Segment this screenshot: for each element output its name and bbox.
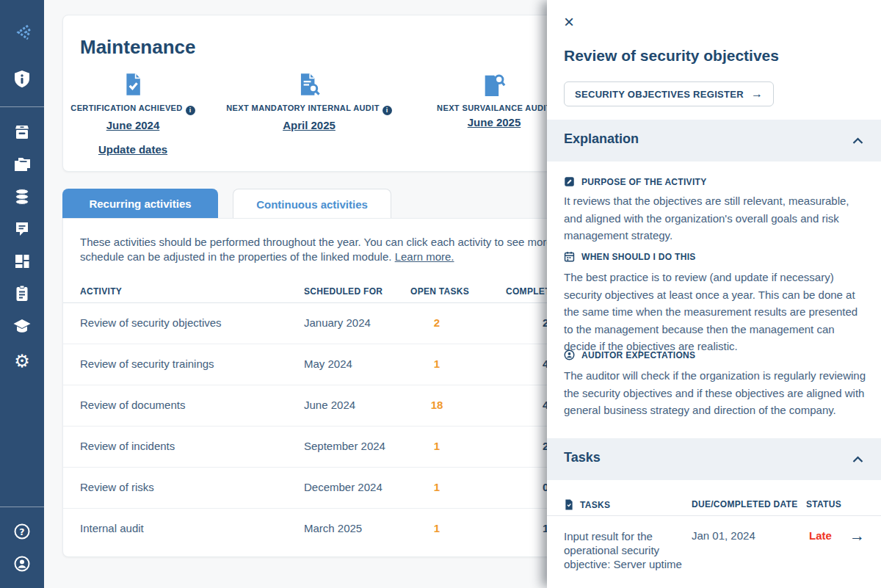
auditor-heading: AUDITOR EXPECTATIONS (564, 349, 695, 360)
learn-more-link[interactable]: Learn more. (395, 250, 454, 263)
help-icon[interactable]: ? (0, 520, 44, 542)
arrow-right-icon: → (751, 87, 763, 101)
edit-icon (564, 176, 575, 187)
folders-icon[interactable] (0, 153, 44, 175)
settings-gear-icon[interactable]: ⚙ (0, 350, 44, 372)
cell-scheduled: January 2024 (304, 316, 371, 329)
cell-scheduled: March 2025 (304, 522, 362, 534)
task-doc-icon (564, 499, 574, 510)
purpose-text: It reviews that the objectives are still… (564, 192, 868, 244)
page-title: Maintenance (80, 36, 196, 59)
open-task-arrow-icon[interactable]: → (849, 527, 865, 545)
cell-open-tasks: 1 (404, 357, 470, 370)
cell-scheduled: May 2024 (304, 357, 352, 370)
tab-continuous-activities[interactable]: Continuous activities (233, 189, 391, 219)
svg-text:?: ? (19, 526, 24, 537)
cell-open-tasks: 18 (404, 399, 470, 411)
auditor-icon (564, 349, 575, 360)
chevron-up-icon (852, 137, 863, 144)
register-button-label: SECURITY OBJECTIVES REGISTER (575, 89, 744, 100)
col-scheduled: SCHEDULED FOR (304, 286, 383, 297)
document-chat-icon[interactable] (0, 218, 44, 240)
drawer-title: Review of security objectives (564, 47, 779, 65)
dashboard-grid-icon[interactable] (0, 250, 44, 272)
calendar-icon (564, 251, 575, 262)
auditor-text: The auditor will check if the organizati… (564, 367, 868, 419)
col-open-tasks: OPEN TASKS (410, 286, 469, 297)
task-row[interactable]: Input result for the operational securit… (547, 523, 881, 581)
chevron-up-icon (852, 456, 863, 462)
cell-activity: Internal audit (80, 522, 144, 534)
col-activity: ACTIVITY (80, 286, 122, 297)
cell-scheduled: June 2024 (304, 399, 355, 411)
profile-icon[interactable] (0, 553, 44, 575)
cell-open-tasks: 1 (404, 481, 470, 493)
cell-open-tasks: 2 (404, 316, 470, 329)
graduation-cap-icon[interactable] (0, 315, 44, 337)
detail-drawer: × Review of security objectives SECURITY… (547, 0, 881, 588)
app-logo-icon[interactable] (0, 21, 44, 43)
cell-activity: Review of security trainings (80, 357, 214, 370)
clipboard-icon[interactable] (0, 283, 44, 305)
activities-description: These activities should be performed thr… (80, 235, 587, 264)
tasks-section-header[interactable]: Tasks (547, 438, 881, 480)
section-title: Explanation (564, 131, 639, 147)
app-window: ⚙ ? Maintenance CERTIFICATION ACHIEVEDi … (0, 0, 881, 588)
col-tasks: TASKS (580, 500, 610, 510)
cell-activity: Review of incidents (80, 440, 175, 452)
sidebar-divider-bottom (0, 507, 44, 507)
col-due-date: DUE/COMPLETED DATE (692, 499, 798, 509)
cell-activity: Review of security objectives (80, 316, 222, 329)
task-date: Jan 01, 2024 (692, 529, 755, 542)
cell-scheduled: December 2024 (304, 481, 383, 493)
cell-activity: Review of risks (80, 481, 154, 493)
task-name: Input result for the operational securit… (564, 529, 690, 571)
when-text: The best practice is to review (and upda… (564, 269, 868, 355)
cell-open-tasks: 1 (404, 522, 470, 534)
cell-open-tasks: 1 (404, 440, 470, 452)
explanation-section-header[interactable]: Explanation (547, 120, 881, 161)
purpose-heading: PURPOSE OF THE ACTIVITY (564, 176, 706, 187)
update-dates-link[interactable]: Update dates (15, 143, 250, 156)
tasks-table-header: TASKS DUE/COMPLETED DATE STATUS (547, 499, 881, 516)
when-heading: WHEN SHOULD I DO THIS (564, 251, 696, 262)
security-objectives-register-button[interactable]: SECURITY OBJECTIVES REGISTER → (564, 81, 774, 106)
cell-scheduled: September 2024 (304, 440, 385, 452)
task-status-badge: Late (809, 529, 832, 542)
section-title: Tasks (564, 450, 601, 465)
tab-recurring-activities[interactable]: Recurring activities (62, 189, 218, 219)
database-icon[interactable] (0, 186, 44, 208)
close-icon[interactable]: × (564, 13, 574, 31)
cell-activity: Review of documents (80, 399, 185, 411)
col-status: STATUS (806, 499, 841, 509)
